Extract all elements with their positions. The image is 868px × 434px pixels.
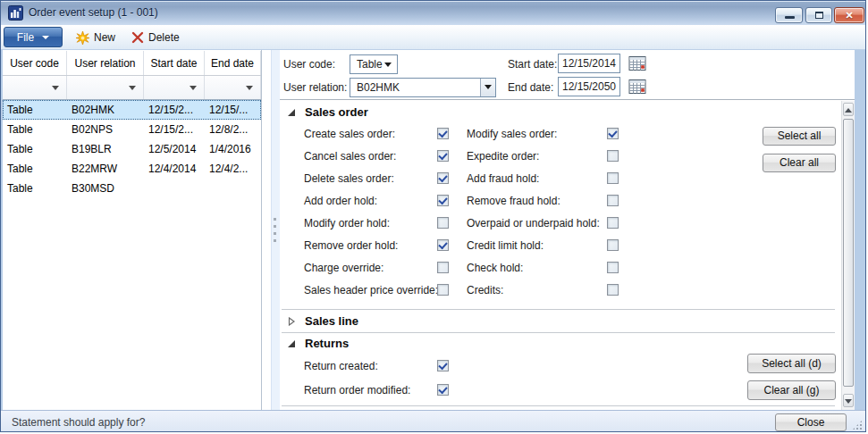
toolbar: File New Delete ? [1,25,865,50]
scroll-up-icon [845,108,852,113]
grid-cell: 12/4/2014 [144,159,205,179]
checkbox-credits[interactable] [607,284,619,296]
column-header-user-relation[interactable]: User relation [67,51,144,75]
filter-dropdown-end-date[interactable] [205,76,261,99]
start-date-calendar-icon[interactable] [628,54,646,71]
grid-row[interactable]: TableB02HMK12/15/2...12/15/... [3,100,261,120]
checkbox-add-fraud-hold[interactable] [607,172,619,184]
user-relation-dropdown-button[interactable] [480,79,495,96]
dropdown-arrow-icon [485,85,492,89]
grid-cell: 12/15/2... [144,100,205,120]
dropdown-arrow-icon [384,63,392,67]
checkbox-label-cancel-sales-order: Cancel sales order: [304,150,396,163]
user-relation-label: User relation: [283,81,347,94]
end-date-calendar-icon[interactable] [628,78,646,95]
new-button[interactable]: New [76,29,115,46]
checkbox-cancel-sales-order[interactable] [437,150,449,162]
filter-dropdown-start-date[interactable] [144,76,205,99]
filter-dropdown-user-relation[interactable] [67,76,144,99]
file-menu-button[interactable]: File [4,27,63,47]
checkbox-label-modify-order-hold: Modify order hold: [304,217,390,230]
new-button-label: New [94,31,115,44]
checkbox-remove-order-hold[interactable] [437,239,449,251]
grid-row[interactable]: TableB30MSD [3,179,261,198]
checkbox-return-created[interactable] [437,360,449,371]
section-separator [282,332,835,333]
resize-grip-icon[interactable] [852,420,863,430]
column-header-start-date[interactable]: Start date [144,51,205,75]
checkbox-label-remove-order-hold: Remove order hold: [304,239,398,252]
clear-all-g-button[interactable]: Clear all (g) [747,380,836,400]
user-relation-value: B02HMK [357,81,400,94]
sales-order-section-title: Sales order [305,105,368,119]
start-date-input[interactable]: 12/15/2014 [558,54,620,73]
section-expanded-icon [287,339,296,348]
user-relation-combobox[interactable]: B02HMK [350,78,496,97]
file-menu-label: File [17,31,34,44]
grid-row[interactable]: TableB02NPS12/15/2...12/8/2... [3,120,261,139]
minimize-button[interactable] [775,7,803,23]
column-header-end-date[interactable]: End date [205,51,261,75]
checkbox-delete-sales-order[interactable] [437,172,449,184]
grid-cell: B02NPS [67,120,144,139]
select-all-button[interactable]: Select all [763,127,836,146]
checkbox-modify-order-hold[interactable] [437,217,449,229]
checkbox-expedite-order[interactable] [607,150,619,162]
grid-cell: B30MSD [67,179,144,198]
checkbox-label-sales-header-price-override: Sales header price override: [304,284,438,296]
checkbox-modify-sales-order[interactable] [607,128,619,139]
new-starburst-icon [76,31,89,45]
grid-row[interactable]: TableB19BLR12/5/20141/4/2016 [3,139,261,159]
checkbox-check-hold[interactable] [607,262,619,273]
checkbox-label-credit-limit-hold: Credit limit hold: [467,239,544,252]
scroll-down-button[interactable] [843,394,854,407]
grid-cell: Table [3,159,67,179]
grid-row[interactable]: TableB22MRW12/4/201412/4/2... [3,159,261,179]
delete-x-icon [131,31,144,44]
checkbox-create-sales-order[interactable] [437,128,449,139]
sales-line-section-header[interactable]: Sales line [287,314,358,328]
dropdown-arrow-icon [246,86,253,90]
checkbox-add-order-hold[interactable] [437,195,449,206]
clear-all-button[interactable]: Clear all [763,154,836,172]
scroll-up-button[interactable] [843,103,854,116]
panel-splitter[interactable] [262,50,280,410]
checkbox-sales-header-price-override[interactable] [437,284,449,296]
scrollbar-thumb[interactable] [843,119,854,387]
header-form: User code: Table User relation: B02HMK S… [280,50,855,100]
checkbox-credit-limit-hold[interactable] [607,239,619,251]
grid-rows: TableB02HMK12/15/2...12/15/...TableB02NP… [3,100,261,198]
returns-section-header[interactable]: Returns [287,337,349,350]
user-code-select[interactable]: Table [350,54,398,74]
checkbox-charge-override[interactable] [437,262,449,273]
vertical-scrollbar[interactable] [841,101,855,410]
grid-cell [205,179,261,198]
dropdown-arrow-icon [52,86,59,90]
checkbox-label-remove-fraud-hold: Remove fraud hold: [467,195,560,207]
splitter-grip-icon [274,218,276,242]
delete-button[interactable]: Delete [131,29,180,46]
restore-button[interactable] [805,7,832,23]
checkbox-return-order-modified[interactable] [437,384,449,396]
sales-order-section-header[interactable]: Sales order [287,105,368,119]
close-button[interactable]: Close [775,413,847,431]
status-bar: Statement should apply for? Close [1,410,865,432]
grid-cell [144,179,205,198]
detail-panel: User code: Table User relation: B02HMK S… [280,50,855,410]
filter-dropdown-user-code[interactable] [3,76,67,99]
grid-cell: Table [3,139,67,159]
title-bar: Order event setup (1 - 001) ✕ [1,1,865,25]
chevron-down-icon [42,36,49,39]
column-header-user-code[interactable]: User code [3,51,67,75]
delete-button-label: Delete [148,31,180,44]
checkbox-remove-fraud-hold[interactable] [607,195,619,206]
close-window-button[interactable]: ✕ [834,7,864,23]
select-all-d-button[interactable]: Select all (d) [747,354,836,373]
sales-order-row: Cancel sales order:Expedite order: [280,145,835,167]
end-date-label: End date: [508,81,553,94]
end-date-input[interactable]: 12/15/2050 [558,77,620,96]
checkbox-overpaid-or-underpaid-hold[interactable] [607,217,619,229]
grid-cell: B19BLR [67,139,144,159]
sales-order-row: Delete sales order:Add fraud hold: [280,167,835,189]
checkbox-label-check-hold: Check hold: [467,262,523,274]
